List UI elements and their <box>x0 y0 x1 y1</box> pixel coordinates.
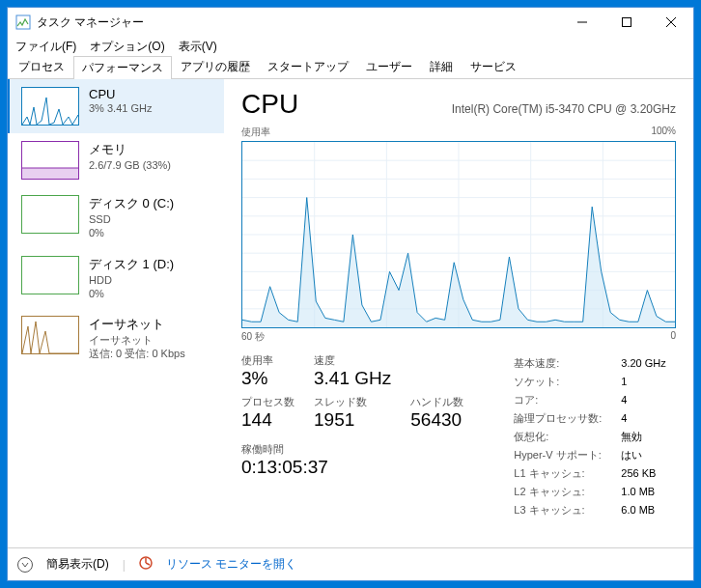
sidebar-title: メモリ <box>89 141 214 158</box>
sidebar-item-cpu-0[interactable]: CPU3% 3.41 GHz <box>8 79 224 133</box>
label-uptime: 稼働時間 <box>241 442 463 457</box>
maximize-button[interactable] <box>604 8 649 37</box>
main-heading: CPU <box>241 89 298 120</box>
tab-4[interactable]: ユーザー <box>357 55 421 78</box>
label-procs: プロセス数 <box>241 395 294 409</box>
svg-line-26 <box>146 563 150 565</box>
label-threads: スレッド数 <box>314 395 391 409</box>
footer: 簡易表示(D) | リソース モニターを開く <box>8 547 693 580</box>
tab-5[interactable]: 詳細 <box>421 55 462 78</box>
label-util: 使用率 <box>241 353 294 368</box>
graph-label-util: 使用率 <box>241 126 270 139</box>
label-speed: 速度 <box>314 353 391 368</box>
close-button[interactable] <box>649 8 693 37</box>
spec-row: 仮想化:無効 <box>514 429 666 445</box>
main-panel: CPU Intel(R) Core(TM) i5-3470 CPU @ 3.20… <box>224 79 693 547</box>
value-procs: 144 <box>241 409 294 431</box>
spec-row: L2 キャッシュ:1.0 MB <box>514 484 666 500</box>
spec-row: ソケット:1 <box>514 374 666 390</box>
thumb-cpu <box>21 87 79 126</box>
tab-6[interactable]: サービス <box>462 55 525 78</box>
titlebar[interactable]: タスク マネージャー <box>8 8 693 37</box>
value-util: 3% <box>241 368 294 389</box>
sidebar-item-eth-4[interactable]: イーサネットイーサネット送信: 0 受信: 0 Kbps <box>8 308 224 369</box>
window-title: タスク マネージャー <box>37 14 144 31</box>
value-speed: 3.41 GHz <box>314 368 391 389</box>
stats-right: 基本速度:3.20 GHzソケット:1コア:4論理プロセッサ数:4仮想化:無効H… <box>512 353 668 520</box>
sidebar-item-mem-1[interactable]: メモリ2.6/7.9 GB (33%) <box>8 133 224 187</box>
spec-row: コア:4 <box>514 392 666 408</box>
value-threads: 1951 <box>314 409 391 431</box>
sidebar-sub: SSD0% <box>89 212 214 240</box>
sidebar-sub: HDD0% <box>89 273 214 301</box>
menu-view[interactable]: 表示(V) <box>179 39 217 55</box>
fewer-details-button[interactable]: 簡易表示(D) <box>46 556 109 573</box>
value-handles: 56430 <box>410 409 463 431</box>
task-manager-window: タスク マネージャー ファイル(F) オプション(O) 表示(V) プロセスパフ… <box>7 7 694 581</box>
tab-2[interactable]: アプリの履歴 <box>172 55 259 78</box>
thumb-disk <box>21 256 79 294</box>
sidebar-title: イーサネット <box>89 316 214 333</box>
spec-row: L3 キャッシュ:6.0 MB <box>514 502 666 518</box>
thumb-disk <box>21 195 79 234</box>
cpu-graph <box>241 141 676 328</box>
menu-options[interactable]: オプション(O) <box>90 39 164 55</box>
sidebar-item-disk-3[interactable]: ディスク 1 (D:)HDD0% <box>8 248 224 309</box>
tab-1[interactable]: パフォーマンス <box>73 56 172 79</box>
tab-0[interactable]: プロセス <box>10 55 73 78</box>
sidebar-sub: イーサネット送信: 0 受信: 0 Kbps <box>89 333 214 361</box>
spec-row: 論理プロセッサ数:4 <box>514 410 666 427</box>
sidebar-sub: 2.6/7.9 GB (33%) <box>89 158 214 172</box>
thumb-eth <box>21 316 79 354</box>
graph-x-right: 0 <box>670 330 676 344</box>
sidebar-title: ディスク 0 (C:) <box>89 195 214 212</box>
svg-rect-5 <box>22 168 79 180</box>
spec-row: L1 キャッシュ:256 KB <box>514 465 666 482</box>
sidebar-item-disk-2[interactable]: ディスク 0 (C:)SSD0% <box>8 187 224 248</box>
spec-row: Hyper-V サポート:はい <box>514 447 666 463</box>
menu-file[interactable]: ファイル(F) <box>15 39 76 55</box>
svg-rect-2 <box>623 18 631 27</box>
resmon-icon <box>139 556 153 573</box>
graph-x-left: 60 秒 <box>241 330 265 344</box>
tab-3[interactable]: スタートアップ <box>259 55 357 78</box>
chevron-down-icon[interactable] <box>17 557 33 573</box>
sidebar-sub: 3% 3.41 GHz <box>89 101 214 115</box>
open-resmon-link[interactable]: リソース モニターを開く <box>166 556 296 573</box>
graph-label-max: 100% <box>651 126 676 139</box>
label-handles: ハンドル数 <box>410 395 463 409</box>
value-uptime: 0:13:05:37 <box>241 457 463 478</box>
menubar: ファイル(F) オプション(O) 表示(V) <box>8 37 693 56</box>
sidebar: CPU3% 3.41 GHzメモリ2.6/7.9 GB (33%)ディスク 0 … <box>8 79 224 547</box>
sidebar-title: ディスク 1 (D:) <box>89 256 214 273</box>
tabbar: プロセスパフォーマンスアプリの履歴スタートアップユーザー詳細サービス <box>8 56 693 79</box>
cpu-model: Intel(R) Core(TM) i5-3470 CPU @ 3.20GHz <box>452 102 676 116</box>
sidebar-title: CPU <box>89 87 214 101</box>
app-icon <box>15 14 31 30</box>
thumb-mem <box>21 141 79 180</box>
minimize-button[interactable] <box>560 8 604 37</box>
spec-row: 基本速度:3.20 GHz <box>514 355 666 372</box>
